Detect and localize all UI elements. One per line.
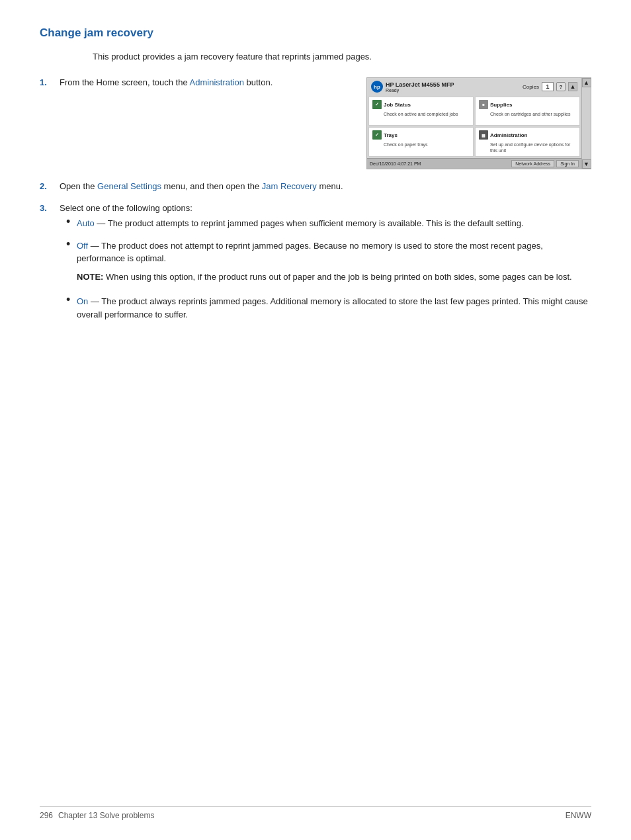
hp-tile-supplies-desc: Check on cartridges and other supplies xyxy=(490,111,576,117)
option-off-text: Off — The product does not attempt to re… xyxy=(77,239,591,286)
note-text: When using this option, if the product r… xyxy=(103,272,571,282)
step-1-number: 1. xyxy=(40,77,60,87)
hp-scrollbar-down[interactable]: ▼ xyxy=(582,159,591,169)
hp-tile-administration[interactable]: ▦ Administration Set up and configure de… xyxy=(475,127,580,157)
option-auto: • Auto — The product attempts to reprint… xyxy=(66,217,591,230)
hp-supplies-icon: ■ xyxy=(479,100,488,109)
footer-right: ENWW xyxy=(566,811,591,820)
option-off-desc: — The product does not attempt to reprin… xyxy=(77,241,543,264)
hp-tile-supplies-title: Supplies xyxy=(490,102,512,108)
hp-tile-trays-title: Trays xyxy=(384,132,398,138)
option-auto-text: Auto — The product attempts to reprint j… xyxy=(77,217,524,230)
hp-tile-job-status[interactable]: ✓ Job Status Check on active and complet… xyxy=(368,97,474,126)
step-2-number: 2. xyxy=(40,181,60,191)
footer-chapter: Chapter 13 Solve problems xyxy=(58,811,154,820)
hp-device-name: HP LaserJet M4555 MFP xyxy=(386,81,454,88)
page-footer: 296 Chapter 13 Solve problems ENWW xyxy=(40,806,591,820)
hp-tile-trays-header: ✓ Trays xyxy=(372,130,470,140)
step-3-content: Select one of the following options: • A… xyxy=(60,203,591,330)
step-2-content: Open the General Settings menu, and then… xyxy=(60,181,591,191)
hp-scroll-up-button[interactable]: ▲ xyxy=(568,82,577,91)
hp-admin-icon: ▦ xyxy=(479,130,488,140)
step-2-text-1: Open the xyxy=(60,181,97,191)
bullet-dot-auto: • xyxy=(66,216,77,228)
footer-page-number: 296 xyxy=(40,811,53,820)
step-2: 2. Open the General Settings menu, and t… xyxy=(40,181,591,191)
hp-logo-icon: hp xyxy=(371,81,383,93)
hp-top-right: Copies 1 ? ▲ xyxy=(523,82,577,91)
option-auto-keyword: Auto xyxy=(77,218,95,228)
hp-device-status: Ready xyxy=(386,88,454,93)
step-1: 1. From the Home screen, touch the Admin… xyxy=(40,77,591,169)
option-on: • On — The product always reprints jamme… xyxy=(66,295,591,321)
step-2-text-3: menu. xyxy=(317,181,343,191)
option-off-keyword: Off xyxy=(77,241,88,251)
hp-tile-trays[interactable]: ✓ Trays Check on paper trays xyxy=(368,127,474,157)
hp-tile-administration-title: Administration xyxy=(490,132,527,138)
hp-panel-screenshot: hp HP LaserJet M4555 MFP Ready Copies xyxy=(366,77,591,169)
hp-trays-icon: ✓ xyxy=(372,130,382,140)
option-on-desc: — The product always reprints jammed pag… xyxy=(77,296,588,319)
step-2-link-jam-recovery: Jam Recovery xyxy=(262,181,317,191)
hp-tile-job-status-header: ✓ Job Status xyxy=(372,100,470,109)
hp-tile-administration-desc: Set up and configure device options for … xyxy=(490,142,576,153)
option-off: • Off — The product does not attempt to … xyxy=(66,239,591,286)
hp-bottom-bar: Dec/10/2010 4:07:21 PM Network Address S… xyxy=(367,158,581,169)
hp-tile-trays-desc: Check on paper trays xyxy=(384,142,470,147)
step-2-text-2: menu, and then open the xyxy=(161,181,262,191)
hp-scrollbar: ▲ ▼ xyxy=(581,78,591,169)
hp-copies-label: Copies xyxy=(523,84,539,90)
step-1-text-1: From the Home screen, touch the xyxy=(60,77,190,87)
hp-datetime: Dec/10/2010 4:07:21 PM xyxy=(370,161,421,166)
hp-tile-supplies-header: ■ Supplies xyxy=(479,100,576,109)
hp-help-button[interactable]: ? xyxy=(556,82,566,91)
step-2-link-general-settings: General Settings xyxy=(97,181,161,191)
hp-device-info: HP LaserJet M4555 MFP Ready xyxy=(386,81,454,93)
hp-scrollbar-up[interactable]: ▲ xyxy=(582,78,591,87)
options-list: • Auto — The product attempts to reprint… xyxy=(66,217,591,321)
step-3-number: 3. xyxy=(40,203,60,213)
bullet-dot-off: • xyxy=(66,238,77,250)
hp-copies-value: 1 xyxy=(542,82,554,91)
hp-top-bar: hp HP LaserJet M4555 MFP Ready Copies xyxy=(367,78,581,95)
step-1-text-2: button. xyxy=(244,77,273,87)
bullet-dot-on: • xyxy=(66,294,77,306)
option-on-keyword: On xyxy=(77,296,88,306)
step-1-link-administration: Administration xyxy=(190,77,244,87)
hp-signin-button[interactable]: Sign In xyxy=(556,160,579,167)
step-3: 3. Select one of the following options: … xyxy=(40,203,591,330)
note-block: NOTE: When using this option, if the pro… xyxy=(77,271,591,284)
note-label: NOTE: xyxy=(77,272,103,282)
hp-tile-administration-header: ▦ Administration xyxy=(479,130,576,140)
hp-tile-job-status-title: Job Status xyxy=(384,102,411,108)
hp-tiles-grid: ✓ Job Status Check on active and complet… xyxy=(367,95,581,158)
option-on-text: On — The product always reprints jammed … xyxy=(77,295,591,321)
step-3-text: Select one of the following options: xyxy=(60,203,192,213)
hp-tile-job-status-desc: Check on active and completed jobs xyxy=(384,111,470,117)
option-auto-desc: — The product attempts to reprint jammed… xyxy=(95,218,524,228)
steps-section: 1. From the Home screen, touch the Admin… xyxy=(40,77,591,330)
hp-network-address-button[interactable]: Network Address xyxy=(511,160,554,167)
hp-tile-supplies[interactable]: ■ Supplies Check on cartridges and other… xyxy=(475,97,580,126)
hp-logo-area: hp HP LaserJet M4555 MFP Ready xyxy=(371,81,454,93)
footer-left: 296 Chapter 13 Solve problems xyxy=(40,811,154,820)
page-title: Change jam recovery xyxy=(40,26,591,40)
intro-text: This product provides a jam recovery fea… xyxy=(93,52,591,62)
step-1-content: From the Home screen, touch the Administ… xyxy=(60,77,591,169)
hp-job-status-icon: ✓ xyxy=(372,100,382,109)
